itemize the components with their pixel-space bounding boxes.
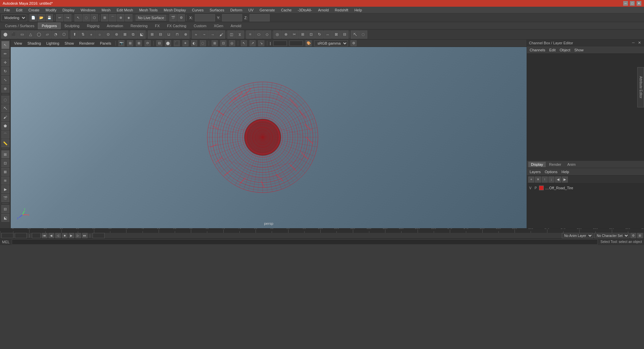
layers-menu-options[interactable]: Options	[543, 169, 559, 174]
append-polygon-btn[interactable]: +	[87, 31, 95, 39]
vp-menu-view[interactable]: View	[13, 41, 23, 46]
extract-btn[interactable]: ⬕	[138, 31, 146, 39]
menu-generate[interactable]: Generate	[257, 7, 278, 13]
menu-arnold[interactable]: Arnold	[315, 7, 331, 13]
curve-lt[interactable]: ⌒	[1, 131, 9, 139]
tab-rendering[interactable]: Rendering	[127, 22, 151, 29]
tl-prev-frame-btn[interactable]: ◀	[49, 233, 54, 238]
paint-transfer-btn[interactable]: 🖌	[217, 31, 225, 39]
cb-menu-object[interactable]: Object	[558, 47, 572, 53]
menu-modify[interactable]: Modify	[43, 7, 59, 13]
snap-view-btn[interactable]: ◈	[125, 14, 132, 21]
soften-edge-btn[interactable]: ◌	[359, 31, 367, 39]
close-button[interactable]: ✕	[637, 1, 641, 6]
vp-select-camera[interactable]: 📷	[118, 40, 124, 46]
render-btn[interactable]: 🎬	[169, 14, 177, 21]
snap-curve-btn[interactable]: ⌒	[109, 14, 116, 21]
shape-lt[interactable]: ⬟	[1, 122, 9, 130]
menu-edit-mesh[interactable]: Edit Mesh	[114, 7, 136, 13]
menu-cache[interactable]: Cache	[278, 7, 294, 13]
vp-menu-show[interactable]: Show	[63, 41, 75, 46]
vp-menu-shading[interactable]: Shading	[26, 41, 42, 46]
select-tool-btn[interactable]: ↖	[74, 14, 82, 21]
tl-character-set-select[interactable]: No Character Set	[594, 233, 629, 238]
boolean-diff-btn[interactable]: ⊓	[173, 31, 181, 39]
disk-icon-btn[interactable]: ◔	[52, 31, 60, 39]
cube-icon-btn[interactable]: ⬛	[10, 31, 18, 39]
detach-btn[interactable]: ⊟	[340, 31, 348, 39]
cb-menu-show[interactable]: Show	[573, 47, 585, 53]
deform-lt[interactable]: ≋	[1, 177, 9, 185]
undo-btn[interactable]: ↩	[56, 14, 63, 21]
flip-edge-btn[interactable]: ↔	[324, 31, 332, 39]
layer-color-swatch[interactable]	[539, 186, 544, 190]
snap-point-btn[interactable]: ⊕	[117, 14, 124, 21]
tab-arnold[interactable]: Arnold	[227, 22, 245, 29]
crease-tool-btn[interactable]: ⌗	[246, 31, 254, 39]
menu-file[interactable]: File	[1, 7, 13, 13]
mode-select[interactable]: Modeling	[1, 14, 26, 21]
layers-menu-help[interactable]: Help	[560, 169, 571, 174]
tl-next-frame-btn[interactable]: ▷	[75, 233, 81, 238]
vp-snap2[interactable]: ↗	[250, 40, 256, 46]
tl-settings-btn2[interactable]: ⊞	[637, 233, 643, 238]
tl-next-key-btn[interactable]: ⏭	[82, 233, 88, 238]
tl-prev-key-btn[interactable]: ⏮	[42, 233, 47, 238]
paint-tool-lt[interactable]: ✏	[1, 50, 9, 58]
tab-fx[interactable]: FX	[151, 22, 163, 29]
mirror-cut-btn[interactable]: ◫	[227, 31, 235, 39]
tab-animation[interactable]: Animation	[103, 22, 127, 29]
collapse-btn[interactable]: ⊠	[121, 31, 129, 39]
cb-tab-anim[interactable]: Anim	[565, 162, 578, 167]
spin-edge-btn[interactable]: ↻	[315, 31, 323, 39]
duplicate-face-btn[interactable]: ⧉	[129, 31, 137, 39]
menu-mesh-display[interactable]: Mesh Display	[161, 7, 189, 13]
boolean-union-btn[interactable]: ⊔	[165, 31, 173, 39]
vp-isolate-btn[interactable]: ◎	[229, 40, 235, 46]
render-settings-btn[interactable]: ⚙	[177, 14, 185, 21]
boolean-intersect-btn[interactable]: ⊕	[181, 31, 190, 39]
layers-fwd-btn[interactable]: ▶	[562, 177, 568, 183]
measure-lt[interactable]: 📏	[1, 139, 9, 147]
layers-menu-layers[interactable]: Layers	[528, 169, 542, 174]
snap-grid-btn[interactable]: ⊞	[101, 14, 108, 21]
bevel-btn[interactable]: ⬭	[255, 31, 263, 39]
sculpt-lt[interactable]: ⛏	[1, 104, 9, 112]
merge-to-center-btn[interactable]: ⊛	[112, 31, 120, 39]
anim-lt[interactable]: ▶	[1, 185, 9, 193]
menu-redshift[interactable]: Redshift	[332, 7, 351, 13]
layers-move-up-btn[interactable]: ↑	[542, 177, 548, 183]
vp-snap1[interactable]: ↖	[241, 40, 247, 46]
menu-windows[interactable]: Windows	[78, 7, 98, 13]
tab-sculpting[interactable]: Sculpting	[61, 22, 83, 29]
vp-wireframe-btn[interactable]: ⊟	[156, 40, 162, 46]
timeline-ruler[interactable]: 5101520253035404550556065707580859095100…	[0, 229, 644, 233]
comp-editor-lt[interactable]: ⊡	[1, 159, 9, 167]
cb-tab-render[interactable]: Render	[546, 162, 564, 167]
cylinder-icon-btn[interactable]: ▭	[18, 31, 26, 39]
misc2-lt[interactable]: ⬕	[1, 214, 9, 222]
misc1-lt[interactable]: ⊟	[1, 205, 9, 213]
viewport-canvas[interactable]: persp X Y Z	[11, 47, 527, 228]
open-scene-btn[interactable]: 📂	[38, 14, 45, 21]
universal-tool-lt[interactable]: ⊕	[1, 85, 9, 93]
vp-value2[interactable]: 1.00	[289, 41, 303, 46]
menu-edit[interactable]: Edit	[13, 7, 25, 13]
vp-shadow-btn[interactable]: ◐	[191, 40, 197, 46]
z-input[interactable]	[250, 14, 270, 21]
vp-settings-btn[interactable]: ⚙	[351, 40, 357, 46]
menu-display[interactable]: Display	[60, 7, 77, 13]
layers-move-dn-btn[interactable]: ↓	[548, 177, 554, 183]
edge-ring-btn[interactable]: ◎	[273, 31, 281, 39]
merge-btn[interactable]: ⊙	[104, 31, 112, 39]
cb-collapse-btn[interactable]: ─	[631, 41, 636, 45]
torus-icon-btn[interactable]: ◯	[35, 31, 43, 39]
tab-fx-caching[interactable]: FX Caching	[163, 22, 190, 29]
tl-current-input[interactable]: 1	[15, 233, 27, 238]
menu-help[interactable]: Help	[352, 7, 365, 13]
maximize-button[interactable]: □	[630, 1, 635, 6]
transfer-attr-btn[interactable]: →	[209, 31, 217, 39]
y-input[interactable]	[222, 14, 242, 21]
cb-menu-edit[interactable]: Edit	[548, 47, 557, 53]
layers-new-btn[interactable]: +	[528, 177, 534, 183]
